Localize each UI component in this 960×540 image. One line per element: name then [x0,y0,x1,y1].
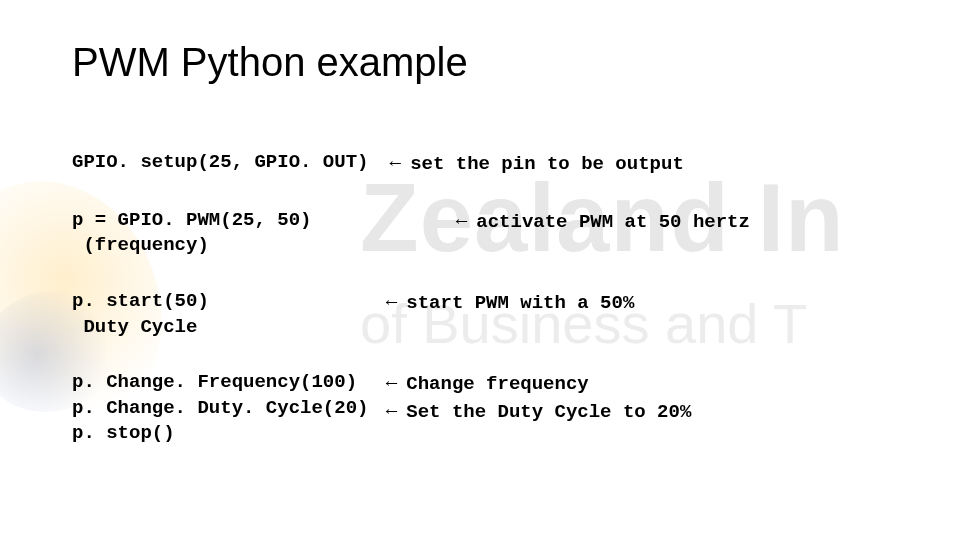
code-area: GPIO. setup(25, GPIO. OUT) ← set the pin… [72,150,920,477]
note-change-text-2: Set the Duty Cycle to 20% [406,401,691,423]
page-title: PWM Python example [72,40,468,85]
code-start: p. start(50) Duty Cycle [72,289,382,340]
note-setup: ← set the pin to be output [386,150,920,178]
note-change: ← Change frequency ← Set the Duty Cycle … [382,370,920,425]
left-arrow-icon: ← [452,210,476,231]
code-setup: GPIO. setup(25, GPIO. OUT) [72,150,380,176]
left-arrow-icon: ← [382,400,406,421]
note-start: ← start PWM with a 50% [382,289,920,317]
left-arrow-icon: ← [386,152,410,173]
left-arrow-icon: ← [382,372,406,393]
row-start: p. start(50) Duty Cycle ← start PWM with… [72,289,920,340]
note-pwm-create-text: activate PWM at 50 hertz [476,211,750,233]
row-change: p. Change. Frequency(100) p. Change. Dut… [72,370,920,447]
note-pwm-create: ← activate PWM at 50 hertz [382,208,920,236]
note-start-text: start PWM with a 50% [406,292,634,314]
row-setup: GPIO. setup(25, GPIO. OUT) ← set the pin… [72,150,920,178]
left-arrow-icon: ← [382,291,406,312]
code-pwm-create: p = GPIO. PWM(25, 50) (frequency) [72,208,382,259]
code-change: p. Change. Frequency(100) p. Change. Dut… [72,370,382,447]
note-change-text-1: Change frequency [406,373,588,395]
row-pwm-create: p = GPIO. PWM(25, 50) (frequency) ← acti… [72,208,920,259]
note-setup-text: set the pin to be output [410,153,684,175]
